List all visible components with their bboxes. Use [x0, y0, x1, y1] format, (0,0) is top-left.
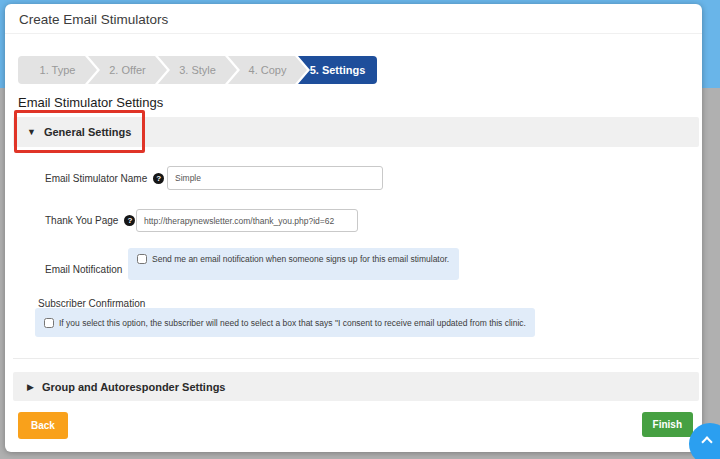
subscriber-confirmation-option-box: If you select this option, the subscribe… [35, 308, 535, 337]
wizard-step-offer[interactable]: 2. Offer [88, 56, 167, 84]
field-row-thank-you: Thank You Page ? [5, 206, 702, 234]
wizard-step-copy[interactable]: 4. Copy [228, 56, 307, 84]
wizard-step-type[interactable]: 1. Type [18, 56, 97, 84]
create-email-stimulators-modal: Create Email Stimulators 1. Type 2. Offe… [5, 4, 702, 452]
thank-you-field-label: Thank You Page [45, 215, 118, 226]
wizard-step-settings[interactable]: 5. Settings [298, 56, 377, 84]
help-icon[interactable]: ? [153, 173, 164, 184]
back-button[interactable]: Back [18, 412, 68, 439]
finish-button[interactable]: Finish [642, 412, 693, 437]
email-notification-option-text: Send me an email notification when someo… [152, 254, 449, 264]
section-divider [13, 358, 699, 359]
step-wizard: 1. Type 2. Offer 3. Style 4. Copy 5. Set… [18, 56, 377, 84]
section-header-general-settings[interactable]: ▼ General Settings [13, 117, 699, 147]
wizard-step-style[interactable]: 3. Style [158, 56, 237, 84]
modal-title: Create Email Stimulators [19, 12, 168, 27]
screen: Create Email Stimulators 1. Type 2. Offe… [0, 0, 720, 459]
name-field-label: Email Stimulator Name [45, 173, 147, 184]
thank-you-page-input[interactable] [136, 209, 358, 232]
subscriber-confirmation-checkbox[interactable] [44, 318, 54, 328]
page-title: Email Stimulator Settings [18, 95, 163, 110]
field-row-name: Email Stimulator Name ? [5, 164, 702, 192]
email-notification-option-box: Send me an email notification when someo… [128, 248, 459, 280]
email-notification-label: Email Notification [45, 264, 122, 275]
chevron-up-icon [701, 436, 712, 447]
section-label: Group and Autoresponder Settings [42, 381, 226, 393]
collapse-triangle-icon: ▼ [27, 127, 36, 137]
email-notification-checkbox[interactable] [137, 254, 147, 264]
expand-triangle-icon: ▶ [27, 382, 34, 392]
subscriber-confirmation-option-text: If you select this option, the subscribe… [59, 318, 526, 328]
modal-header: Create Email Stimulators [5, 4, 702, 34]
help-icon[interactable]: ? [124, 215, 135, 226]
section-header-group-autoresponder[interactable]: ▶ Group and Autoresponder Settings [13, 372, 699, 401]
stimulator-name-input[interactable] [167, 166, 383, 190]
section-label: General Settings [44, 126, 131, 138]
